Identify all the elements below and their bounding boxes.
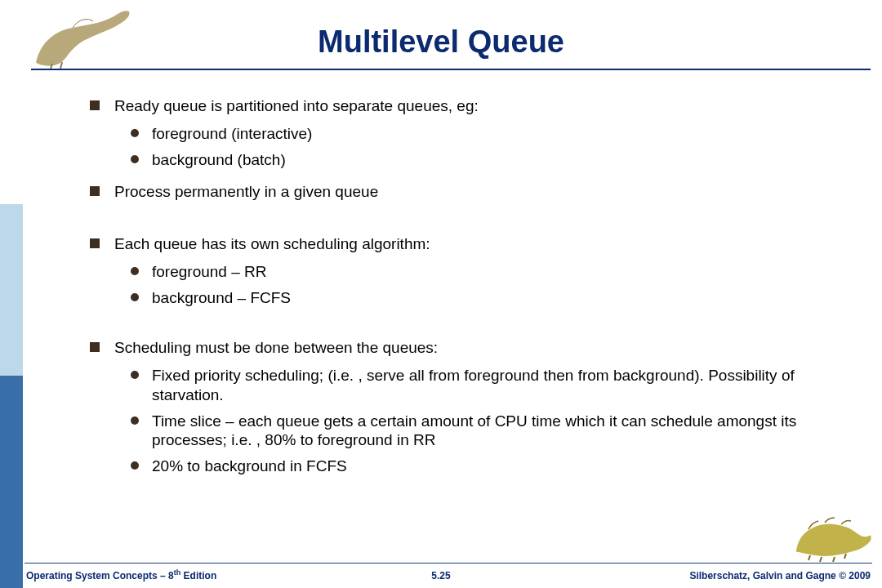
footer-book-title: Operating System Concepts – 8th Edition [26,568,216,581]
sub-bullet-text: foreground (interactive) [152,125,312,142]
bullet-level-1: Ready queue is partitioned into separate… [90,96,849,116]
bullet-level-1: Process permanently in a given queue [90,182,849,202]
left-color-stripe [0,0,23,588]
bullet-level-2: background (batch) [131,150,849,170]
footer-divider [24,563,872,564]
circle-bullet-icon [131,461,139,470]
dinosaur-top-icon [28,5,134,69]
circle-bullet-icon [131,371,139,379]
bullet-level-2: 20% to background in FCFS [131,457,849,476]
sub-bullet-text: Fixed priority scheduling; (i.e. , serve… [152,367,795,403]
bullet-text: Process permanently in a given queue [114,183,378,200]
bullet-level-1: Each queue has its own scheduling algori… [90,234,849,254]
slide-content: Ready queue is partitioned into separate… [90,96,849,489]
square-bullet-icon [90,238,100,248]
footer-page-number: 5.25 [431,570,450,581]
sub-bullet-text: background (batch) [152,151,286,168]
bullet-level-2: Time slice – each queue gets a certain a… [131,412,849,451]
bullet-level-2: foreground (interactive) [131,124,849,144]
circle-bullet-icon [131,416,139,425]
circle-bullet-icon [131,293,139,301]
bullet-text: Ready queue is partitioned into separate… [114,97,479,114]
bullet-level-2: background – FCFS [131,288,849,308]
dinosaur-bottom-icon [792,511,874,562]
circle-bullet-icon [131,129,139,137]
sub-bullet-text: background – FCFS [152,289,291,306]
bullet-text: Each queue has its own scheduling algori… [114,235,430,252]
bullet-level-2: foreground – RR [131,262,849,282]
square-bullet-icon [90,100,100,110]
sub-bullet-text: 20% to background in FCFS [152,457,347,474]
footer-authors: Silberschatz, Galvin and Gagne © 2009 [689,570,871,581]
circle-bullet-icon [131,155,139,163]
circle-bullet-icon [131,267,139,275]
bullet-text: Scheduling must be done between the queu… [114,339,438,356]
square-bullet-icon [90,342,100,352]
bullet-level-2: Fixed priority scheduling; (i.e. , serve… [131,366,849,405]
bullet-level-1: Scheduling must be done between the queu… [90,338,849,358]
sub-bullet-text: Time slice – each queue gets a certain a… [152,412,796,449]
square-bullet-icon [90,186,100,196]
slide-title: Multilevel Queue [318,24,564,60]
title-underline [31,69,871,70]
sub-bullet-text: foreground – RR [152,263,266,280]
